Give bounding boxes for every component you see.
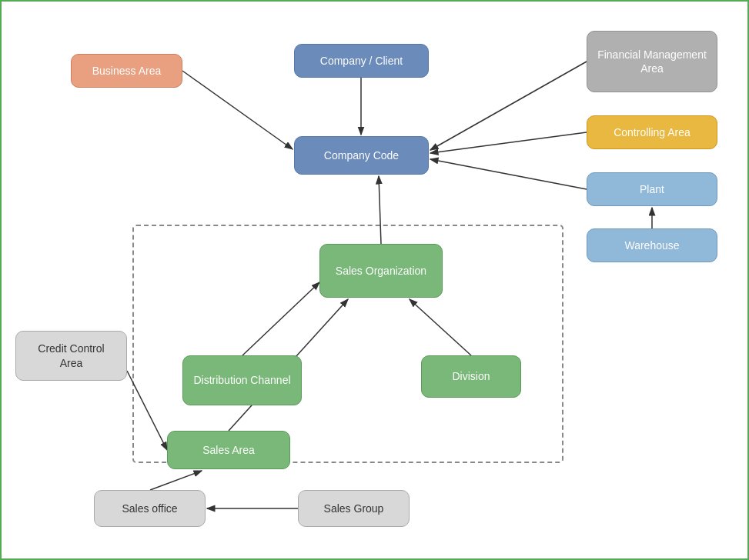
node-company-client: Company / Client: [294, 44, 429, 78]
node-plant: Plant: [587, 172, 717, 206]
node-business-area: Business Area: [71, 54, 182, 88]
node-credit-control: Credit Control Area: [15, 331, 127, 381]
node-sales-org: Sales Organization: [319, 244, 443, 298]
node-distribution-channel: Distribution Channel: [182, 355, 302, 405]
node-sales-office: Sales office: [94, 490, 206, 527]
node-sales-group: Sales Group: [298, 490, 410, 527]
node-warehouse: Warehouse: [587, 228, 717, 262]
node-division: Division: [421, 355, 521, 398]
svg-line-4: [430, 62, 587, 150]
node-company-code: Company Code: [294, 136, 429, 175]
svg-line-5: [430, 132, 587, 153]
diagram-container: Company / Client Company Code Business A…: [0, 0, 749, 560]
svg-line-3: [182, 71, 293, 149]
node-controlling-area: Controlling Area: [587, 115, 717, 149]
node-sales-area: Sales Area: [167, 431, 290, 469]
svg-line-6: [430, 159, 587, 189]
svg-line-14: [150, 471, 202, 490]
node-financial-mgmt: Financial Management Area: [587, 31, 717, 92]
